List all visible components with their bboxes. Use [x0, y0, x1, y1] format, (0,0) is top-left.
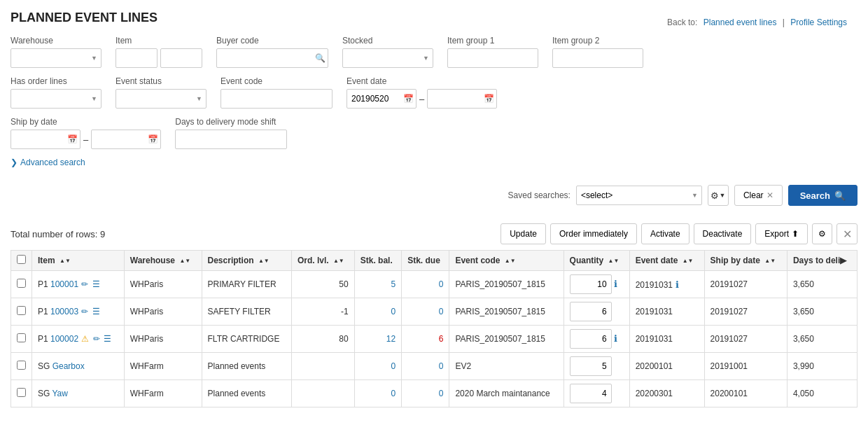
deactivate-button[interactable]: Deactivate [694, 223, 752, 244]
warehouse-sort-icon[interactable]: ▲▼ [179, 258, 190, 264]
item-label: Item [115, 36, 202, 46]
quantity-sort-icon[interactable]: ▲▼ [608, 258, 620, 264]
stocked-select[interactable] [342, 48, 433, 68]
row-checkbox[interactable] [17, 306, 26, 315]
item-link[interactable]: 100002 [50, 334, 78, 344]
select-all-checkbox[interactable] [17, 255, 26, 264]
search-label: Search [800, 190, 830, 201]
ship-by-date-label: Ship by date [10, 117, 161, 127]
order-immediately-button[interactable]: Order immediately [550, 223, 637, 244]
saved-searches-select-wrap: <select> [576, 186, 702, 205]
search-button[interactable]: Search 🔍 [788, 185, 858, 206]
row-count: Total number of rows: 9 [10, 229, 105, 239]
row-description: SAFETY FILTER [202, 298, 291, 326]
event-date-label: Event date [346, 76, 497, 86]
clear-button[interactable]: Clear ✕ [734, 185, 783, 206]
quantity-input[interactable] [570, 356, 612, 376]
buyer-code-search-icon[interactable]: 🔍 [315, 53, 326, 63]
event-date-info-icon[interactable]: ℹ [673, 279, 679, 290]
item-group2-input[interactable] [552, 48, 643, 68]
row-checkbox[interactable] [17, 361, 26, 370]
item-input-2[interactable] [160, 48, 202, 68]
ship-by-date-range: 📅 – 📅 [10, 130, 161, 149]
advanced-search-chevron: ❯ [10, 158, 18, 167]
days-to-delivery-filter: Days to delivery mode shift [175, 117, 287, 149]
row-description: Planned events [202, 380, 291, 407]
row-description: Planned events [202, 353, 291, 380]
item-link[interactable]: Yaw [52, 389, 67, 398]
ship-by-date-from-calendar-icon[interactable]: 📅 [67, 134, 78, 144]
update-button[interactable]: Update [500, 223, 546, 244]
item-group1-filter: Item group 1 [447, 36, 538, 68]
edit-icon[interactable]: ✏ [79, 307, 88, 316]
export-button[interactable]: Export ⬆ [755, 223, 808, 244]
row-ord-lvl: -1 [291, 298, 354, 326]
event-status-select[interactable] [115, 89, 206, 109]
row-stk-due: 0 [402, 271, 449, 298]
row-event-date: 20200101 [629, 353, 704, 380]
row-event-date: 20191031 ℹ [629, 271, 704, 298]
has-order-lines-select[interactable] [10, 89, 102, 109]
row-days-to-deli: 4,050 [787, 380, 857, 407]
quantity-info-icon[interactable]: ℹ [612, 333, 618, 344]
quantity-info-icon[interactable]: ℹ [612, 279, 618, 289]
gear-icon: ⚙ [710, 190, 719, 201]
row-checkbox-cell [11, 298, 32, 326]
action-buttons: Update Order immediately Activate Deacti… [500, 223, 858, 244]
event-date-to-calendar-icon[interactable]: 📅 [484, 94, 494, 104]
clear-label: Clear [743, 190, 764, 200]
table-settings-button[interactable]: ⚙ [812, 223, 832, 244]
item-filter: Item [115, 36, 202, 68]
event-code-sort-icon[interactable]: ▲▼ [505, 258, 516, 264]
header-stk-due: Stk. due [402, 251, 449, 271]
row-description: PRIMARY FILTER [202, 271, 291, 298]
warning-icon[interactable]: ⚠ [79, 334, 89, 344]
edit-icon[interactable]: ✏ [79, 279, 88, 289]
saved-searches-gear-button[interactable]: ⚙ ▼ [708, 185, 729, 206]
days-to-delivery-input[interactable] [175, 130, 287, 149]
table-close-button[interactable]: ✕ [836, 223, 858, 244]
row-item: P1 100003 ✏ ☰ [32, 298, 125, 326]
list-icon[interactable]: ☰ [102, 334, 111, 344]
planned-event-lines-link[interactable]: Planned event lines [704, 18, 777, 27]
row-checkbox[interactable] [17, 333, 26, 342]
row-checkbox[interactable] [17, 279, 26, 288]
buyer-code-label: Buyer code [216, 36, 328, 46]
quantity-input[interactable] [570, 274, 612, 294]
activate-button[interactable]: Activate [641, 223, 690, 244]
profile-settings-link[interactable]: Profile Settings [790, 18, 847, 27]
description-sort-icon[interactable]: ▲▼ [258, 258, 270, 264]
item-link[interactable]: 100003 [50, 307, 78, 316]
list-icon[interactable]: ☰ [90, 279, 99, 289]
row-stk-bal: 0 [354, 380, 401, 407]
saved-searches-select[interactable]: <select> [576, 186, 702, 205]
table-row: P1 100001 ✏ ☰WHParisPRIMARY FILTER5050PA… [11, 271, 858, 298]
row-checkbox[interactable] [17, 388, 26, 397]
row-warehouse: WHFarm [124, 380, 202, 407]
warehouse-select[interactable] [10, 48, 102, 68]
event-code-input[interactable] [220, 89, 332, 109]
item-group1-input[interactable] [447, 48, 538, 68]
quantity-input[interactable] [570, 384, 612, 403]
quantity-input[interactable] [570, 329, 612, 349]
item-sort-icon[interactable]: ▲▼ [59, 258, 71, 264]
event-date-sort-icon[interactable]: ▲▼ [682, 258, 694, 264]
row-stk-bal: 12 [354, 326, 401, 353]
ship-by-date-sort-icon[interactable]: ▲▼ [764, 258, 776, 264]
item-link[interactable]: 100001 [50, 279, 78, 289]
event-date-from-wrap: 📅 [346, 89, 416, 109]
ord-lvl-sort-icon[interactable]: ▲▼ [333, 258, 344, 264]
ship-by-date-to-calendar-icon[interactable]: 📅 [148, 134, 158, 144]
header-description: Description ▲▼ [202, 251, 291, 271]
item-input-1[interactable] [115, 48, 158, 68]
edit-icon[interactable]: ✏ [90, 334, 99, 344]
buyer-code-input[interactable] [216, 48, 328, 68]
event-date-from-calendar-icon[interactable]: 📅 [403, 94, 414, 104]
row-event-date: 20191031 [629, 326, 704, 353]
row-quantity [564, 353, 629, 380]
item-link[interactable]: Gearbox [52, 361, 85, 371]
list-icon[interactable]: ☰ [90, 307, 99, 316]
warehouse-filter: Warehouse [10, 36, 102, 68]
advanced-search-toggle[interactable]: ❯ Advanced search [10, 158, 858, 167]
quantity-input[interactable] [570, 302, 612, 321]
